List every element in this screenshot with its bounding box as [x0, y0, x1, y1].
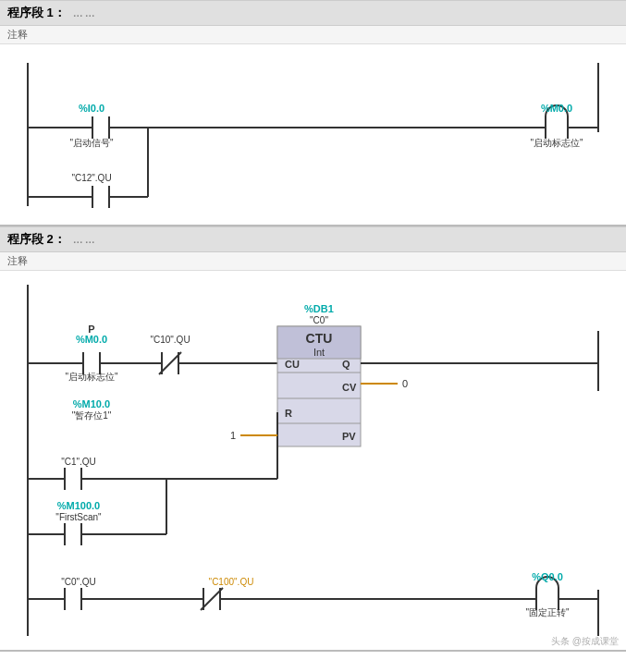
- segment1-svg: %I0.0 "启动信号" %M0.0 "启动标志位" "C12".QU: [0, 54, 626, 215]
- svg-text:"C0".QU: "C0".QU: [61, 577, 96, 587]
- svg-text:1: 1: [230, 430, 236, 441]
- segment2-dots: ……: [73, 234, 97, 245]
- svg-text:CU: CU: [285, 359, 300, 370]
- segment1-label: 程序段 1：: [7, 5, 66, 21]
- svg-text:R: R: [285, 408, 292, 419]
- svg-text:P: P: [88, 324, 94, 335]
- svg-text:"启动标志位": "启动标志位": [530, 138, 583, 148]
- svg-text:"启动标志位": "启动标志位": [65, 372, 118, 382]
- svg-text:%I0.0: %I0.0: [79, 103, 104, 114]
- svg-text:%M100.0: %M100.0: [57, 500, 100, 511]
- svg-text:"FirstScan": "FirstScan": [55, 512, 102, 522]
- svg-text:"固定正转": "固定正转": [525, 607, 570, 617]
- segment1-dots: ……: [73, 7, 97, 18]
- segment2-comment: 注释: [0, 252, 626, 271]
- svg-text:"暂存位1": "暂存位1": [72, 410, 112, 421]
- segment1-header: 程序段 1： ……: [0, 0, 626, 26]
- svg-text:Int: Int: [313, 347, 325, 358]
- segment2-header: 程序段 2： ……: [0, 226, 626, 252]
- svg-text:"启动信号": "启动信号": [69, 138, 114, 148]
- svg-text:"C10".QU: "C10".QU: [150, 335, 190, 345]
- watermark: 头条 @按成课堂: [551, 635, 619, 648]
- svg-text:%DB1: %DB1: [304, 303, 334, 314]
- svg-text:%Q0.0: %Q0.0: [532, 571, 563, 582]
- svg-text:%M0.0: %M0.0: [541, 103, 572, 114]
- svg-text:CTU: CTU: [306, 331, 333, 346]
- svg-text:PV: PV: [342, 431, 356, 442]
- svg-text:"C12".QU: "C12".QU: [71, 173, 111, 183]
- segment2-svg: %M0.0 "启动标志位" P "C10".QU %DB1 "C0" CTU I…: [0, 280, 626, 641]
- svg-text:Q: Q: [342, 359, 350, 370]
- svg-text:"C1".QU: "C1".QU: [61, 457, 96, 467]
- svg-text:CV: CV: [342, 382, 357, 393]
- segment2-label: 程序段 2：: [7, 231, 66, 248]
- segment1-comment: 注释: [0, 26, 626, 44]
- svg-text:0: 0: [402, 378, 408, 389]
- svg-text:"C100".QU: "C100".QU: [209, 577, 254, 587]
- svg-text:%M0.0: %M0.0: [76, 334, 107, 345]
- svg-text:%M10.0: %M10.0: [73, 398, 110, 409]
- segment2-ladder: %M0.0 "启动标志位" P "C10".QU %DB1 "C0" CTU I…: [0, 271, 626, 652]
- segment1-ladder: %I0.0 "启动信号" %M0.0 "启动标志位" "C12".QU: [0, 44, 626, 226]
- svg-text:"C0": "C0": [310, 315, 328, 325]
